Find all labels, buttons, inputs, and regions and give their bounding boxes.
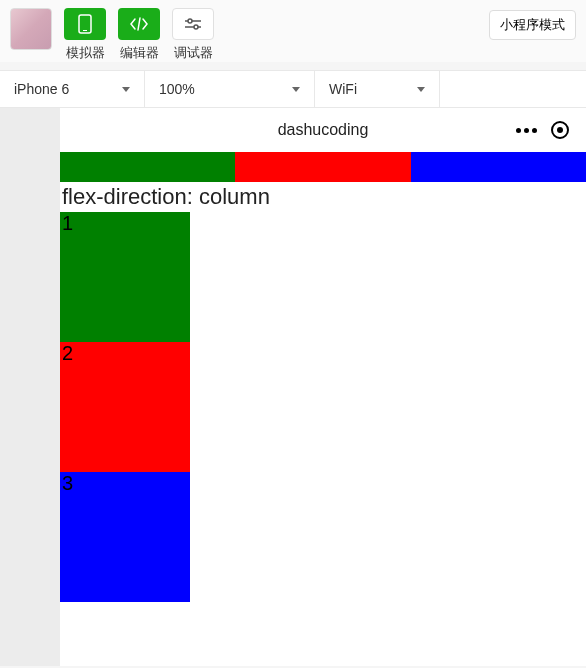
network-value: WiFi <box>329 81 357 97</box>
menu-button[interactable] <box>512 116 540 144</box>
row-box-1 <box>60 152 235 182</box>
simulator-button[interactable] <box>64 8 106 40</box>
top-toolbar: 模拟器 编辑器 调试器 小程序模式 <box>0 0 586 62</box>
section-heading: flex-direction: column <box>60 182 586 212</box>
network-select[interactable]: WiFi <box>315 71 440 107</box>
device-value: iPhone 6 <box>14 81 69 97</box>
editor-label: 编辑器 <box>120 44 159 62</box>
svg-point-3 <box>188 19 192 23</box>
mode-button[interactable]: 小程序模式 <box>489 10 576 40</box>
col-box-2: 2 <box>60 342 190 472</box>
target-icon <box>551 121 569 139</box>
zoom-value: 100% <box>159 81 195 97</box>
dropdown-bar: iPhone 6 100% WiFi <box>0 70 586 108</box>
flex-column-demo: 1 2 3 <box>60 212 190 602</box>
simulator-tool: 模拟器 <box>64 8 106 62</box>
simulator-label: 模拟器 <box>66 44 105 62</box>
code-icon <box>129 17 149 31</box>
debugger-label: 调试器 <box>174 44 213 62</box>
row-box-2 <box>235 152 410 182</box>
phone-icon <box>78 14 92 34</box>
device-select[interactable]: iPhone 6 <box>0 71 145 107</box>
row-box-3 <box>411 152 586 182</box>
col-box-1: 1 <box>60 212 190 342</box>
debugger-button[interactable] <box>172 8 214 40</box>
sliders-icon <box>184 17 202 31</box>
chevron-down-icon <box>417 87 425 92</box>
editor-button[interactable] <box>118 8 160 40</box>
capsule-buttons <box>512 116 574 144</box>
debugger-tool: 调试器 <box>172 8 214 62</box>
chevron-down-icon <box>122 87 130 92</box>
chevron-down-icon <box>292 87 300 92</box>
page-content: flex-direction: column 1 2 3 <box>60 152 586 602</box>
col-box-3: 3 <box>60 472 190 602</box>
workspace: dashucoding flex-direction: column 1 2 <box>0 108 586 666</box>
device-preview: dashucoding flex-direction: column 1 2 <box>60 108 586 666</box>
page-title: dashucoding <box>278 121 369 139</box>
avatar[interactable] <box>10 8 52 50</box>
flex-row-demo <box>60 152 586 182</box>
mini-program-navbar: dashucoding <box>60 108 586 152</box>
close-button[interactable] <box>546 116 574 144</box>
svg-rect-1 <box>83 30 87 31</box>
zoom-select[interactable]: 100% <box>145 71 315 107</box>
svg-point-5 <box>194 25 198 29</box>
dots-icon <box>516 128 537 133</box>
editor-tool: 编辑器 <box>118 8 160 62</box>
left-gutter <box>0 108 60 666</box>
